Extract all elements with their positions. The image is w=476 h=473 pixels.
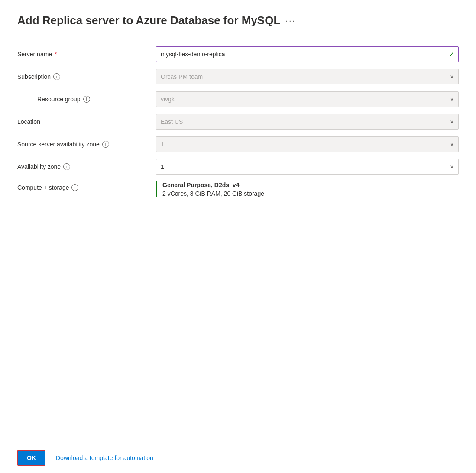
template-link[interactable]: Download a template for automation: [56, 454, 153, 461]
compute-tier: General Purpose, D2ds_v4: [162, 181, 459, 188]
subscription-label: Subscription: [17, 73, 51, 80]
resource-group-label: Resource group: [37, 96, 81, 103]
location-dropdown: East US ∨: [156, 114, 459, 130]
subscription-dropdown: Orcas PM team ∨: [156, 69, 459, 84]
server-name-required: *: [55, 51, 57, 58]
subscription-info-icon[interactable]: i: [53, 73, 60, 80]
location-row: Location East US ∨: [17, 110, 459, 133]
server-name-input[interactable]: [156, 46, 459, 62]
source-availability-zone-row: Source server availability zone i 1 ∨: [17, 133, 459, 156]
resource-group-dropdown: vivgk ∨: [156, 91, 459, 107]
source-availability-zone-value: 1: [161, 141, 164, 148]
location-dropdown-wrapper: East US ∨: [156, 114, 459, 130]
source-availability-zone-dropdown: 1 ∨: [156, 136, 459, 152]
form-section: Server name * ✓ Subscription i Orcas PM …: [17, 43, 459, 201]
availability-zone-row: Availability zone i 1 ∨: [17, 156, 459, 178]
page-title: Add Replica server to Azure Database for…: [17, 14, 280, 27]
resource-group-info-icon[interactable]: i: [83, 96, 90, 103]
server-name-input-wrapper: ✓: [156, 46, 459, 62]
availability-zone-dropdown-wrapper: 1 ∨: [156, 159, 459, 175]
subscription-value: Orcas PM team: [161, 73, 203, 80]
ok-button[interactable]: OK: [17, 450, 45, 466]
ellipsis-menu-icon[interactable]: ···: [285, 16, 295, 26]
source-availability-zone-info-icon[interactable]: i: [102, 141, 109, 148]
source-availability-zone-label: Source server availability zone: [17, 141, 100, 148]
server-name-row: Server name * ✓: [17, 43, 459, 65]
tree-line-icon: [26, 97, 33, 102]
subscription-row: Subscription i Orcas PM team ∨: [17, 65, 459, 88]
bottom-bar: OK Download a template for automation: [0, 442, 476, 473]
resource-group-dropdown-wrapper: vivgk ∨: [156, 91, 459, 107]
compute-info-box: General Purpose, D2ds_v4 2 vCores, 8 GiB…: [156, 181, 459, 197]
availability-zone-label: Availability zone: [17, 163, 61, 170]
location-label: Location: [17, 118, 40, 125]
location-chevron-icon: ∨: [450, 119, 454, 125]
availability-zone-value: 1: [161, 163, 164, 170]
server-name-label: Server name: [17, 51, 52, 58]
compute-storage-label: Compute + storage: [17, 184, 69, 191]
source-availability-zone-chevron-icon: ∨: [450, 141, 454, 147]
resource-group-value: vivgk: [161, 96, 175, 103]
resource-group-chevron-icon: ∨: [450, 96, 454, 102]
subscription-dropdown-wrapper: Orcas PM team ∨: [156, 69, 459, 84]
availability-zone-dropdown[interactable]: 1 ∨: [156, 159, 459, 175]
resource-group-row: Resource group i vivgk ∨: [17, 88, 459, 110]
compute-storage-info-icon[interactable]: i: [71, 184, 78, 191]
server-name-check-icon: ✓: [449, 50, 454, 58]
availability-zone-info-icon[interactable]: i: [63, 163, 70, 170]
location-value: East US: [161, 118, 183, 125]
compute-detail: 2 vCores, 8 GiB RAM, 20 GiB storage: [162, 190, 459, 197]
subscription-chevron-icon: ∨: [450, 74, 454, 80]
availability-zone-chevron-icon: ∨: [450, 164, 454, 170]
compute-storage-row: Compute + storage i General Purpose, D2d…: [17, 178, 459, 201]
source-availability-zone-dropdown-wrapper: 1 ∨: [156, 136, 459, 152]
